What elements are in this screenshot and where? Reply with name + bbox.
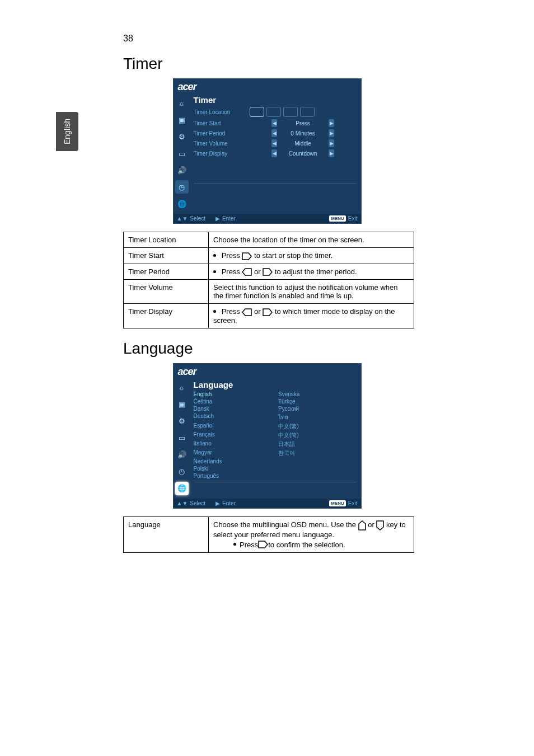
language-grid: English Svenska Čeština Türkçe Dansk Рус… — [194, 391, 357, 480]
brightness-icon[interactable]: ☼ — [175, 96, 189, 110]
lang-option[interactable]: Čeština — [194, 398, 272, 405]
right-pentagon-icon — [263, 268, 273, 276]
brightness-icon[interactable]: ☼ — [175, 381, 189, 395]
timer-location-tl[interactable] — [250, 107, 264, 117]
timer-table: Timer Location Choose the location of th… — [123, 232, 414, 328]
audio-icon[interactable]: 🔊 — [175, 448, 189, 462]
timer-icon[interactable]: ◷ — [175, 465, 189, 478]
arrow-right-icon[interactable]: ▶ — [329, 149, 334, 157]
lang-option[interactable]: Polski — [194, 465, 272, 472]
cell-desc: Choose the location of the timer on the … — [209, 232, 414, 248]
cell-desc: Press to start or stop the timer. — [209, 248, 414, 264]
arrow-right-icon[interactable]: ▶ — [329, 119, 334, 127]
updown-icon: ▲▼ — [177, 500, 188, 506]
audio-icon[interactable]: 🔊 — [175, 163, 189, 177]
left-pentagon-icon — [242, 308, 252, 316]
footer-enter: Enter — [222, 215, 236, 222]
lang-option[interactable]: 한국어 — [278, 449, 357, 458]
osd-heading: Timer — [194, 95, 357, 105]
svg-marker-7 — [259, 541, 268, 548]
table-row: Timer Period Press or to adjust the time… — [124, 264, 414, 280]
image-icon[interactable]: ▣ — [175, 398, 189, 411]
cell-desc: Select this function to adjust the notif… — [209, 280, 414, 304]
osd-row-label-period: Timer Period — [194, 130, 250, 137]
lang-option[interactable]: Dansk — [194, 405, 272, 412]
svg-marker-5 — [359, 521, 366, 530]
setting-icon[interactable]: ▭ — [175, 147, 189, 160]
cell-label: Timer Display — [124, 304, 209, 328]
cell-label: Language — [124, 516, 209, 552]
play-icon: ▶ — [216, 500, 220, 506]
lang-option[interactable]: ไทย — [278, 412, 357, 422]
setting-icon[interactable]: ▭ — [175, 431, 189, 445]
timer-location-br[interactable] — [300, 107, 315, 117]
management-icon[interactable]: ⚙ — [175, 130, 189, 143]
page-number: 38 — [123, 34, 478, 44]
lang-option — [278, 465, 357, 472]
svg-marker-0 — [242, 253, 251, 260]
osd-heading: Language — [194, 380, 357, 389]
table-row: Language Choose the multilingual OSD men… — [124, 516, 414, 552]
lang-option[interactable]: Русский — [278, 405, 357, 412]
image-icon[interactable]: ▣ — [175, 113, 189, 126]
play-icon: ▶ — [216, 215, 220, 222]
timer-display-value: Countdown — [280, 151, 325, 157]
footer-exit: Exit — [348, 215, 358, 222]
lang-option[interactable]: 日本語 — [278, 440, 357, 449]
lang-option[interactable]: Italiano — [194, 440, 272, 449]
arrow-right-icon[interactable]: ▶ — [329, 139, 334, 147]
osd-footer: ▲▼Select ▶Enter MENUExit — [174, 214, 361, 223]
arrow-left-icon[interactable]: ◀ — [271, 149, 277, 157]
right-pentagon-icon — [242, 252, 252, 260]
cell-desc: Press or to which timer mode to display … — [209, 304, 414, 328]
table-row: Timer Location Choose the location of th… — [124, 232, 414, 248]
timer-location-tr[interactable] — [266, 107, 281, 117]
lang-option[interactable]: Español — [194, 422, 272, 431]
management-icon[interactable]: ⚙ — [175, 415, 189, 428]
arrow-right-icon[interactable]: ▶ — [329, 129, 334, 137]
lang-option[interactable]: Deutsch — [194, 412, 272, 422]
lang-option[interactable]: Français — [194, 431, 272, 440]
svg-marker-6 — [377, 521, 383, 530]
lang-option[interactable]: 中文(简) — [278, 431, 357, 440]
lang-option — [278, 458, 357, 465]
cell-label: Timer Volume — [124, 280, 209, 304]
updown-icon: ▲▼ — [177, 215, 188, 222]
osd-sidebar: ☼ ▣ ⚙ ▭ 🔊 ◷ 🌐 — [174, 378, 190, 499]
lang-option[interactable]: Nederlands — [194, 458, 272, 465]
osd-row-label-location: Timer Location — [194, 109, 250, 115]
lang-option[interactable]: Português — [194, 472, 272, 480]
lang-option — [278, 472, 357, 480]
arrow-left-icon[interactable]: ◀ — [271, 129, 277, 137]
left-pentagon-icon — [242, 268, 252, 276]
osd-logo: acer — [174, 79, 361, 93]
up-pentagon-icon — [358, 520, 366, 530]
cell-desc: Press or to adjust the timer period. — [209, 264, 414, 280]
language-icon[interactable]: 🌐 — [175, 482, 189, 495]
timer-location-bl[interactable] — [283, 107, 298, 117]
footer-enter: Enter — [222, 500, 236, 506]
osd-language: acer ☼ ▣ ⚙ ▭ 🔊 ◷ 🌐 Language English Sven… — [173, 363, 362, 509]
svg-marker-2 — [263, 269, 272, 275]
timer-volume-value: Middle — [280, 140, 325, 147]
table-row: Timer Start Press to start or stop the t… — [124, 248, 414, 264]
osd-logo: acer — [174, 364, 361, 378]
lang-option[interactable]: English — [194, 391, 272, 398]
lang-option[interactable]: Svenska — [278, 391, 357, 398]
right-pentagon-icon — [258, 541, 268, 548]
arrow-left-icon[interactable]: ◀ — [271, 119, 277, 127]
section-title-language: Language — [123, 340, 478, 358]
language-table: Language Choose the multilingual OSD men… — [123, 516, 414, 553]
lang-option[interactable]: Türkçe — [278, 398, 357, 405]
arrow-left-icon[interactable]: ◀ — [271, 139, 277, 147]
lang-option[interactable]: 中文(繁) — [278, 422, 357, 431]
cell-label: Timer Location — [124, 232, 209, 248]
timer-icon[interactable]: ◷ — [175, 180, 189, 194]
lang-option[interactable]: Magyar — [194, 449, 272, 458]
menu-badge: MENU — [329, 500, 346, 506]
cell-label: Timer Start — [124, 248, 209, 264]
language-icon[interactable]: 🌐 — [175, 197, 189, 210]
osd-footer: ▲▼Select ▶Enter MENUExit — [174, 499, 361, 508]
svg-marker-1 — [242, 269, 251, 275]
svg-marker-3 — [242, 309, 251, 316]
